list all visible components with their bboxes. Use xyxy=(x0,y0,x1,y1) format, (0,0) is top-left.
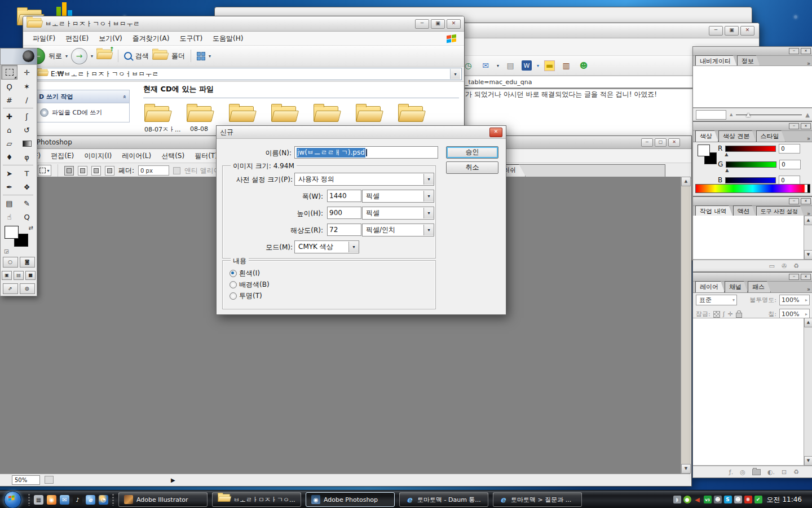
foreground-color-swatch[interactable] xyxy=(698,144,710,156)
eraser-tool[interactable]: ▱ xyxy=(2,137,17,150)
layers-palette[interactable]: ─ ✕ 레이어 채널 패스 » 표준 ▾ 불투명도: 100% ▸ 잠금: ʃ … xyxy=(692,272,812,478)
antialias-checkbox[interactable] xyxy=(173,167,180,174)
minimize-button[interactable]: ─ xyxy=(709,26,723,36)
standard-mode-button[interactable]: ○ xyxy=(3,257,18,268)
brush-tool[interactable]: ʃ xyxy=(19,110,34,123)
selection-subtract-icon[interactable] xyxy=(91,166,101,176)
history-palette[interactable]: ─ ✕ 작업 내역 액션 도구 사전 설정 » ▲ ▼ ▭ ✇ ♻ xyxy=(692,196,812,272)
scroll-down-icon[interactable]: ▼ xyxy=(804,250,812,260)
palette-titlebar[interactable]: ─ ✕ xyxy=(693,197,812,206)
snapshot-camera-icon[interactable]: ✇ xyxy=(782,262,787,270)
word-edit-icon[interactable]: W xyxy=(522,60,532,71)
start-button[interactable] xyxy=(4,491,21,508)
clock[interactable]: 오전 11:46 xyxy=(765,495,806,505)
dropdown-icon[interactable]: ▾ xyxy=(497,63,499,68)
ahnlab-icon[interactable]: ❋ xyxy=(744,496,752,503)
green-slider[interactable]: ▲ xyxy=(726,161,776,168)
resolution-unit-select[interactable]: 픽셀/인치 ▾ xyxy=(362,224,434,237)
tab-navigator[interactable]: 내비게이터 xyxy=(695,55,737,67)
shape-tool[interactable]: ❖ xyxy=(19,180,34,194)
audio-icon[interactable]: ◀ xyxy=(694,496,701,503)
menu-select[interactable]: 선택(S) xyxy=(156,150,189,163)
hand-tool[interactable]: ☝ xyxy=(2,210,17,224)
collapse-button[interactable]: ─ xyxy=(789,123,799,129)
views-dropdown-icon[interactable]: ▾ xyxy=(209,54,211,59)
forward-dropdown-icon[interactable]: ▾ xyxy=(91,54,93,59)
security-check-icon[interactable]: ✔ xyxy=(754,496,762,503)
close-button[interactable]: ✕ xyxy=(740,26,754,36)
task-button-illustrator[interactable]: Adobe Illustrator xyxy=(118,492,208,507)
notes-tool[interactable]: ▤ xyxy=(2,196,17,210)
lock-position-icon[interactable]: ✛ xyxy=(727,310,732,318)
skype-icon[interactable]: S xyxy=(724,496,732,503)
palette-titlebar[interactable]: ─ ✕ xyxy=(693,273,812,282)
messenger-icon[interactable]: ☻ xyxy=(577,60,590,71)
maximize-button[interactable]: ▢ xyxy=(655,138,667,147)
imageready-icon[interactable]: ◍ xyxy=(20,283,35,294)
back-dropdown-icon[interactable]: ▾ xyxy=(65,54,68,59)
new-document-dialog[interactable]: 신규 ✕ 이름(N): jw(ㅂㅡㄹㄹㅐㄱ).psd 승인 취소 이미지 크기:… xyxy=(216,125,506,315)
green-pill-icon[interactable]: ● xyxy=(683,496,691,503)
v3-antivirus-icon[interactable]: V3 xyxy=(704,496,712,503)
close-button[interactable]: ✕ xyxy=(668,138,680,147)
folders-icon[interactable] xyxy=(152,52,162,59)
color-palette[interactable]: ─ ✕ 색상 색상 견본 스타일 » R ▲ 0 G ▲ 0 B ▲ 0 xyxy=(692,121,812,196)
default-colors-icon[interactable]: ◲ xyxy=(4,248,9,254)
cd-panel-header[interactable]: D 쓰기 작업 » xyxy=(36,90,129,103)
collapse-button[interactable]: ─ xyxy=(789,198,799,204)
status-menu-icon[interactable]: ▶ xyxy=(171,477,175,483)
layer-style-icon[interactable]: ƒ. xyxy=(729,468,733,476)
current-tool-icon[interactable]: ▾ xyxy=(38,165,51,176)
back-label[interactable]: 뒤로 xyxy=(48,51,62,61)
blue-value-input[interactable]: 0 xyxy=(779,176,800,185)
magic-wand-tool[interactable]: ✶ xyxy=(19,80,34,93)
move-tool[interactable]: ✛ xyxy=(19,65,34,79)
blur-tool[interactable]: ♦ xyxy=(2,150,17,164)
show-desktop-icon[interactable]: ▦ xyxy=(34,495,43,505)
lock-all-icon[interactable] xyxy=(736,313,742,318)
slider-thumb[interactable] xyxy=(746,113,751,117)
palette-menu-icon[interactable]: » xyxy=(807,286,812,292)
folder-item[interactable]: 08-08 xyxy=(187,103,211,134)
tab-history[interactable]: 작업 내역 xyxy=(695,205,733,217)
fullscreen-menubar-button[interactable]: ▤ xyxy=(14,271,24,280)
menu-image[interactable]: 이미지(I) xyxy=(79,150,117,163)
scroll-up-icon[interactable]: ▲ xyxy=(804,216,812,225)
preset-select[interactable]: 사용자 정의 ▾ xyxy=(294,173,434,186)
lock-transparency-icon[interactable] xyxy=(713,311,720,318)
vertical-scrollbar[interactable]: ▲ ▼ xyxy=(681,177,691,474)
photoshop-toolbox[interactable]: ✛ Ϙ ✶ # ∕ ✚ ʃ ⌂ ↺ ▱ ♦ φ ➤ T ✒ ❖ ▤ ✎ ☝ Q … xyxy=(0,48,37,296)
itunes-icon[interactable]: ♪ xyxy=(73,495,82,505)
layer-mask-icon[interactable]: ◎ xyxy=(740,468,745,476)
eyedropper-tool[interactable]: ✎ xyxy=(19,196,34,210)
selection-new-icon[interactable] xyxy=(64,166,74,176)
lock-paint-icon[interactable]: ʃ xyxy=(723,310,725,318)
close-button[interactable]: ✕ xyxy=(801,198,811,204)
mail-icon[interactable]: ✉ xyxy=(479,60,492,71)
menu-help[interactable]: 도움말(H) xyxy=(208,32,248,45)
new-document-from-state-icon[interactable]: ▭ xyxy=(769,262,775,270)
scroll-down-icon[interactable]: ▼ xyxy=(804,456,812,466)
zoom-tool[interactable]: Q xyxy=(19,210,34,224)
width-unit-select[interactable]: 픽셀 ▾ xyxy=(362,190,434,203)
offline-user-icon[interactable]: ☻ xyxy=(734,496,742,503)
address-input[interactable]: E:₩ㅂㅗㄹㅏㅁㅈㅏㄱㅇㅓㅂㅁㅜㄹ ▾ xyxy=(36,68,462,80)
palette-titlebar[interactable]: ─ ✕ xyxy=(693,122,812,131)
collapse-button[interactable]: ─ xyxy=(789,48,799,54)
forward-button[interactable]: → xyxy=(71,48,87,64)
new-layer-icon[interactable]: ⊡ xyxy=(782,468,787,476)
tab-channels[interactable]: 채널 xyxy=(725,281,748,292)
zoom-level-input[interactable]: 50% xyxy=(12,475,40,485)
scroll-up-icon[interactable]: ▲ xyxy=(681,177,691,186)
folder-item[interactable]: 08-07ㅈㅏ... xyxy=(144,103,169,134)
winamp-icon[interactable]: ◉ xyxy=(47,495,56,505)
rectangular-marquee-tool[interactable] xyxy=(1,65,17,80)
cd-write-item[interactable]: 파일을 CD에 쓰기 xyxy=(36,103,129,122)
menu-edit[interactable]: 편집(E) xyxy=(46,150,79,163)
ie-icon[interactable]: e xyxy=(86,495,95,505)
wmp-icon[interactable]: ◔ xyxy=(99,495,108,505)
tab-swatches[interactable]: 색상 견본 xyxy=(718,130,756,142)
close-button[interactable]: ✕ xyxy=(801,48,811,54)
agent-icon[interactable]: ☻ xyxy=(714,496,722,503)
tab-info[interactable]: 정보 xyxy=(737,55,760,67)
